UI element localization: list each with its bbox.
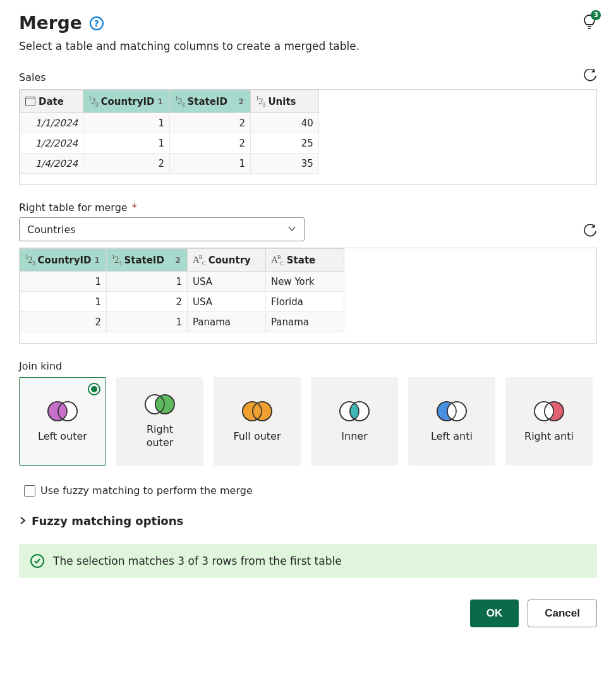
- column-name: CountryID: [101, 96, 155, 107]
- right-table-dropdown[interactable]: Countries: [19, 217, 305, 241]
- join-option-label: Full outer: [233, 430, 281, 443]
- chevron-right-icon: [19, 516, 27, 526]
- text-type-icon: ABC: [271, 254, 284, 267]
- match-status-bar: The selection matches 3 of 3 rows from t…: [19, 544, 597, 578]
- table-cell: 1/2/2024: [20, 133, 83, 154]
- number-type-icon: 2: [112, 253, 121, 267]
- ok-button[interactable]: OK: [470, 600, 519, 627]
- match-order-badge: 2: [239, 97, 245, 106]
- join-option-right-outer[interactable]: Rightouter: [116, 377, 203, 466]
- column-header[interactable]: 2 CountryID1: [20, 249, 107, 272]
- table-cell: 1: [106, 312, 187, 332]
- table-row[interactable]: 1/1/20241240: [20, 113, 319, 133]
- table-cell: 2: [169, 133, 250, 154]
- table-row[interactable]: 1/2/20241225: [20, 133, 319, 154]
- table-cell: 35: [250, 154, 318, 174]
- column-header[interactable]: Date: [20, 90, 83, 113]
- column-header[interactable]: 2 StateID2: [106, 249, 187, 272]
- match-status-text: The selection matches 3 of 3 rows from t…: [53, 555, 342, 567]
- table-cell: Panama: [187, 312, 265, 332]
- join-option-inner[interactable]: Inner: [311, 377, 398, 466]
- table-row[interactable]: 1/4/20242135: [20, 154, 319, 174]
- number-type-icon: 2: [88, 95, 98, 108]
- match-order-badge: 1: [158, 97, 164, 106]
- chevron-down-icon: [287, 224, 296, 236]
- help-icon[interactable]: ?: [90, 16, 104, 30]
- left-table-preview: Date2 CountryID12 StateID22 Units 1/1/20…: [19, 89, 597, 185]
- number-type-icon: 2: [175, 95, 184, 108]
- join-kind-label: Join kind: [19, 360, 62, 372]
- column-header[interactable]: 2 CountryID1: [83, 90, 170, 113]
- fuzzy-matching-label: Use fuzzy matching to perform the merge: [40, 485, 253, 497]
- match-order-badge: 1: [95, 256, 101, 265]
- text-type-icon: ABC: [193, 254, 205, 267]
- table-cell: 2: [169, 113, 250, 133]
- table-cell: 2: [20, 312, 107, 332]
- table-cell: 1: [83, 113, 170, 133]
- venn-icon: [45, 400, 80, 423]
- required-indicator: *: [129, 202, 137, 214]
- selected-indicator: [88, 383, 100, 395]
- join-kind-grid: Left outerRightouterFull outerInnerLeft …: [19, 377, 597, 466]
- column-name: State: [287, 255, 315, 266]
- venn-icon: [337, 400, 372, 423]
- table-cell: USA: [187, 292, 265, 312]
- refresh-left-icon[interactable]: [583, 69, 597, 85]
- table-row[interactable]: 11USANew York: [20, 272, 344, 292]
- join-option-label: Left outer: [38, 430, 87, 443]
- table-cell: 1: [169, 154, 250, 174]
- tips-badge: 3: [591, 10, 601, 20]
- join-option-label: Left anti: [431, 430, 473, 443]
- table-row[interactable]: 12USAFlorida: [20, 292, 344, 312]
- dialog-title: Merge: [19, 13, 82, 33]
- match-order-badge: 2: [176, 256, 182, 265]
- table-cell: 2: [106, 292, 187, 312]
- fuzzy-options-expander[interactable]: Fuzzy matching options: [19, 514, 597, 527]
- join-option-label: Inner: [341, 430, 367, 443]
- table-cell: New York: [265, 272, 344, 292]
- table-cell: 2: [83, 154, 170, 174]
- left-table-label: Sales: [19, 71, 46, 83]
- venn-icon: [142, 393, 178, 416]
- check-circle-icon: [30, 554, 44, 568]
- right-table-preview: 2 CountryID12 StateID2ABC CountryABC Sta…: [19, 248, 597, 344]
- number-type-icon: 2: [256, 95, 265, 108]
- table-cell: 40: [250, 113, 318, 133]
- date-type-icon: [25, 97, 35, 106]
- join-option-label: Rightouter: [147, 423, 174, 450]
- number-type-icon: 2: [25, 253, 35, 267]
- column-header[interactable]: 2 Units: [250, 90, 318, 113]
- column-name: Date: [39, 96, 64, 107]
- fuzzy-options-label: Fuzzy matching options: [32, 514, 183, 527]
- column-header[interactable]: ABC State: [265, 249, 344, 272]
- column-header[interactable]: 2 StateID2: [169, 90, 250, 113]
- table-cell: USA: [187, 272, 265, 292]
- table-cell: 1/1/2024: [20, 113, 83, 133]
- fuzzy-matching-checkbox[interactable]: [24, 485, 35, 497]
- table-cell: 25: [250, 133, 318, 154]
- right-table-section-label: Right table for merge: [19, 202, 128, 214]
- join-option-full-outer[interactable]: Full outer: [214, 377, 301, 466]
- column-name: StateID: [187, 96, 227, 107]
- join-option-left-outer[interactable]: Left outer: [19, 377, 106, 466]
- table-cell: 1: [83, 133, 170, 154]
- column-header[interactable]: ABC Country: [187, 249, 265, 272]
- column-name: Country: [208, 255, 251, 266]
- refresh-right-icon[interactable]: [583, 224, 597, 241]
- join-option-left-anti[interactable]: Left anti: [408, 377, 495, 466]
- right-table-dropdown-value: Countries: [27, 224, 76, 236]
- tips-icon[interactable]: 3: [582, 14, 597, 33]
- cancel-button[interactable]: Cancel: [528, 600, 597, 627]
- venn-icon: [239, 400, 275, 423]
- table-row[interactable]: 21PanamaPanama: [20, 312, 344, 332]
- table-cell: Florida: [265, 292, 344, 312]
- table-cell: 1: [20, 292, 107, 312]
- column-name: StateID: [124, 255, 164, 266]
- table-cell: 1: [106, 272, 187, 292]
- table-cell: 1: [20, 272, 107, 292]
- venn-icon: [531, 400, 567, 423]
- column-name: CountryID: [38, 255, 92, 266]
- join-option-right-anti[interactable]: Right anti: [505, 377, 593, 466]
- table-cell: Panama: [265, 312, 344, 332]
- venn-icon: [434, 400, 469, 423]
